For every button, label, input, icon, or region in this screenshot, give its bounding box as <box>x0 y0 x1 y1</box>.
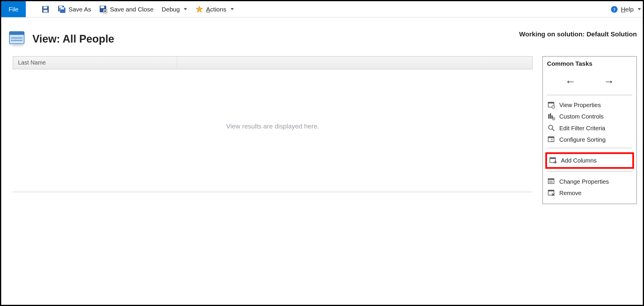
svg-rect-38 <box>548 179 554 180</box>
add-columns-label: Add Columns <box>561 157 597 164</box>
svg-rect-16 <box>11 40 23 41</box>
custom-controls-icon <box>548 113 555 120</box>
solution-label: Working on solution: Default Solution <box>519 29 637 38</box>
view-icon <box>9 29 27 49</box>
svg-rect-8 <box>101 6 104 8</box>
grid-header-row: Last Name <box>13 56 533 70</box>
remove-icon <box>548 189 555 197</box>
svg-rect-23 <box>550 113 551 119</box>
save-close-icon <box>99 5 108 13</box>
debug-label: Debug <box>162 6 180 13</box>
svg-rect-19 <box>548 102 554 103</box>
grid-placeholder: View results are displayed here. <box>13 69 533 192</box>
svg-line-28 <box>552 129 554 131</box>
svg-rect-2 <box>43 10 47 12</box>
nav-back-button[interactable]: ← <box>565 76 576 87</box>
remove-label: Remove <box>559 190 582 196</box>
svg-rect-22 <box>548 114 549 119</box>
nav-forward-button[interactable]: → <box>604 76 614 87</box>
svg-text:i: i <box>553 106 554 108</box>
help-icon: ? <box>610 5 618 13</box>
svg-rect-30 <box>548 137 554 138</box>
caret-down-icon <box>184 8 187 10</box>
svg-marker-32 <box>551 141 553 142</box>
svg-rect-14 <box>9 32 24 35</box>
common-tasks-panel: Common Tasks ← → i View Properties Custo… <box>543 56 637 204</box>
file-menu-button[interactable]: File <box>1 1 26 17</box>
svg-text:?: ? <box>613 7 616 12</box>
column-header-empty[interactable] <box>177 57 532 69</box>
column-header-last-name[interactable]: Last Name <box>13 57 177 69</box>
save-as-icon <box>58 5 66 13</box>
svg-point-27 <box>549 125 553 129</box>
custom-controls-link[interactable]: Custom Controls <box>547 111 632 122</box>
page-header: View: All People Working on solution: De… <box>1 18 644 56</box>
svg-point-17 <box>11 45 24 47</box>
tasks-title: Common Tasks <box>547 60 632 68</box>
save-button[interactable] <box>37 1 54 17</box>
svg-rect-6 <box>61 8 64 9</box>
save-close-label: Save and Close <box>110 6 153 13</box>
change-properties-label: Change Properties <box>559 178 609 185</box>
save-as-label: Save As <box>69 6 91 13</box>
edit-filter-label: Edit Filter Criteria <box>559 125 605 131</box>
help-label: Help <box>621 6 633 13</box>
debug-menu[interactable]: Debug <box>158 1 191 17</box>
view-properties-link[interactable]: i View Properties <box>547 99 632 111</box>
view-properties-icon: i <box>548 102 555 109</box>
save-and-close-button[interactable]: Save and Close <box>95 1 158 17</box>
actions-menu[interactable]: Actions <box>191 1 238 17</box>
configure-sorting-link[interactable]: Configure Sorting <box>547 134 632 145</box>
caret-down-icon <box>230 8 234 10</box>
actions-star-icon <box>196 5 204 13</box>
help-menu[interactable]: ? Help <box>606 1 644 17</box>
change-properties-link[interactable]: Change Properties <box>547 176 632 187</box>
sort-icon <box>548 136 555 143</box>
custom-controls-label: Custom Controls <box>559 113 604 120</box>
remove-link[interactable]: Remove <box>547 187 632 199</box>
view-grid: Last Name View results are displayed her… <box>13 56 533 192</box>
caret-down-icon <box>638 8 641 10</box>
add-columns-link[interactable]: Add Columns <box>548 155 632 166</box>
configure-sorting-label: Configure Sorting <box>559 136 606 143</box>
page-title: View: All People <box>32 33 114 45</box>
add-columns-highlight: Add Columns <box>545 152 634 169</box>
svg-rect-15 <box>11 37 23 38</box>
edit-filter-criteria-link[interactable]: Edit Filter Criteria <box>547 122 632 134</box>
save-as-button[interactable]: Save As <box>54 1 95 17</box>
actions-label: Actions <box>206 6 226 13</box>
view-properties-label: View Properties <box>559 102 601 108</box>
svg-marker-10 <box>196 6 203 12</box>
svg-rect-34 <box>550 158 556 159</box>
svg-point-26 <box>553 118 554 119</box>
save-icon <box>41 5 50 13</box>
toolbar: File Save As Save and Close Debug <box>1 1 644 18</box>
add-columns-icon <box>549 157 557 164</box>
svg-rect-1 <box>43 6 47 9</box>
svg-marker-31 <box>551 139 553 140</box>
change-properties-icon <box>548 178 555 185</box>
search-icon <box>548 124 555 132</box>
file-label: File <box>9 6 18 13</box>
svg-rect-42 <box>548 190 554 191</box>
